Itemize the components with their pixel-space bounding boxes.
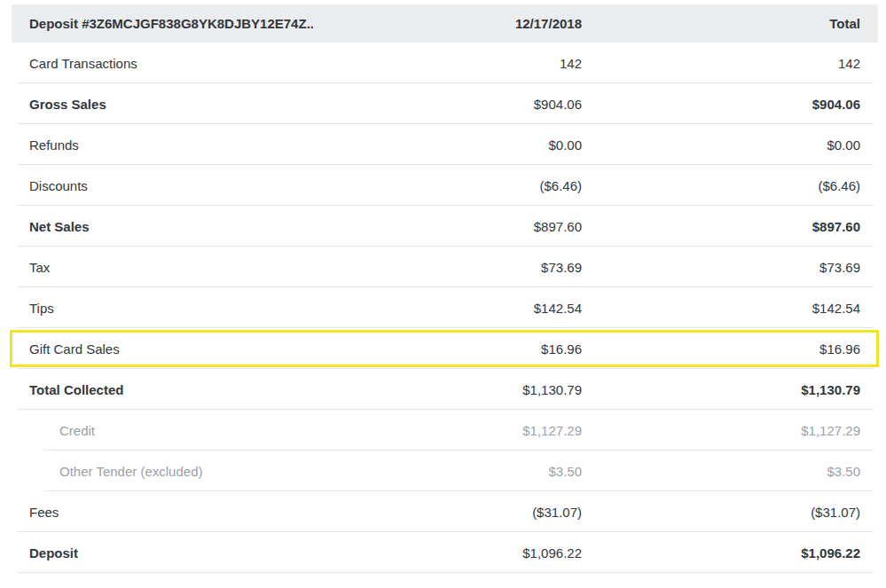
row-label: Credit — [29, 423, 313, 438]
table-header-row: Deposit #3Z6MCJGF838G8YK8DJBY12E74Z... 1… — [12, 4, 878, 43]
row-label: Gross Sales — [29, 97, 313, 112]
date-value-cell: $1,096.22 — [313, 545, 582, 561]
total-value-cell: $1,130.79 — [582, 382, 860, 397]
date-value-cell: ($31.07) — [313, 505, 582, 520]
row-label: Card Transactions — [29, 56, 313, 71]
deposit-id-title: Deposit #3Z6MCJGF838G8YK8DJBY12E74Z... — [29, 16, 313, 31]
total-value-cell: $3.50 — [582, 464, 860, 479]
row-fees: Fees ($31.07) ($31.07) — [12, 491, 878, 532]
deposit-report-table: Deposit #3Z6MCJGF838G8YK8DJBY12E74Z... 1… — [12, 4, 878, 573]
total-value-cell: $142.54 — [582, 301, 860, 316]
date-value-cell: $142.54 — [313, 301, 582, 316]
row-total-collected: Total Collected $1,130.79 $1,130.79 — [12, 369, 878, 410]
row-net-sales: Net Sales $897.60 $897.60 — [12, 206, 878, 247]
total-value-cell: $1,096.22 — [582, 545, 860, 561]
row-label: Net Sales — [29, 219, 313, 234]
date-column-header: 12/17/2018 — [313, 16, 582, 31]
total-value-cell: ($6.46) — [582, 178, 860, 193]
total-column-header: Total — [582, 16, 860, 31]
row-card-transactions: Card Transactions 142 142 — [12, 43, 878, 83]
row-deposit: Deposit $1,096.22 $1,096.22 — [12, 532, 878, 573]
date-value-cell: $0.00 — [313, 137, 582, 153]
total-value-cell: $73.69 — [582, 260, 860, 275]
total-value-cell: 142 — [582, 56, 860, 71]
row-other-tender-excluded: Other Tender (excluded) $3.50 $3.50 — [12, 451, 878, 491]
total-value-cell: ($31.07) — [582, 505, 860, 520]
row-label: Total Collected — [29, 382, 313, 397]
row-tax: Tax $73.69 $73.69 — [12, 247, 878, 287]
date-value-cell: ($6.46) — [313, 178, 582, 193]
date-value-cell: $1,130.79 — [313, 382, 582, 397]
row-label: Discounts — [29, 178, 313, 193]
total-value-cell: $897.60 — [582, 219, 860, 234]
row-label: Deposit — [29, 545, 313, 561]
row-label: Fees — [29, 505, 313, 520]
date-value-cell: $3.50 — [313, 464, 582, 479]
row-label: Refunds — [29, 137, 313, 153]
row-gift-card-sales: Gift Card Sales $16.96 $16.96 — [12, 328, 878, 369]
row-gross-sales: Gross Sales $904.06 $904.06 — [12, 83, 878, 124]
total-value-cell: $904.06 — [582, 97, 860, 112]
row-label: Other Tender (excluded) — [29, 464, 313, 479]
row-label: Gift Card Sales — [29, 341, 313, 357]
date-value-cell: 142 — [313, 56, 582, 71]
row-label: Tips — [29, 301, 313, 316]
row-refunds: Refunds $0.00 $0.00 — [12, 124, 878, 165]
date-value-cell: $897.60 — [313, 219, 582, 234]
date-value-cell: $904.06 — [313, 97, 582, 112]
date-value-cell: $1,127.29 — [313, 423, 582, 438]
row-tips: Tips $142.54 $142.54 — [12, 287, 878, 328]
total-value-cell: $1,127.29 — [582, 423, 860, 438]
total-value-cell: $16.96 — [582, 341, 860, 357]
row-discounts: Discounts ($6.46) ($6.46) — [12, 165, 878, 206]
total-value-cell: $0.00 — [582, 137, 860, 153]
row-label: Tax — [29, 260, 313, 275]
row-credit: Credit $1,127.29 $1,127.29 — [12, 410, 878, 451]
date-value-cell: $73.69 — [313, 260, 582, 275]
date-value-cell: $16.96 — [313, 341, 582, 357]
